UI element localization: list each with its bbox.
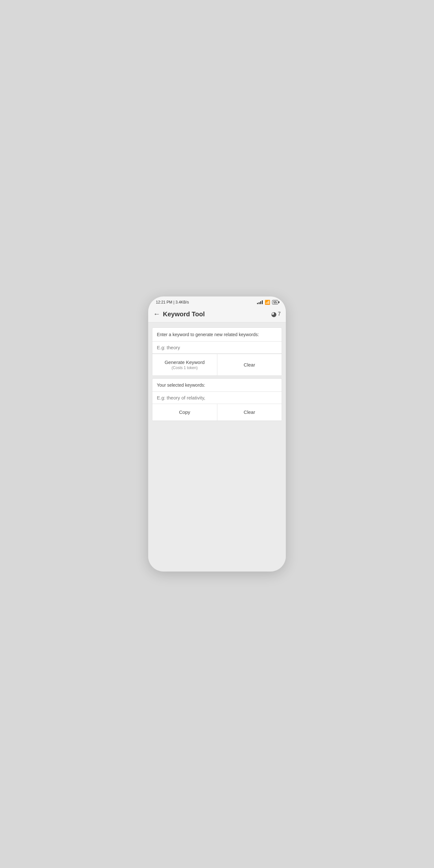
main-content: Enter a keyword to generate new related … [148, 322, 286, 571]
battery-icon: 55 [272, 300, 278, 305]
token-display: ◕ 7 [271, 310, 281, 318]
page-title: Keyword Tool [163, 311, 205, 318]
selected-clear-button[interactable]: Clear [217, 404, 282, 421]
selected-btn-row: Copy Clear [152, 404, 282, 421]
status-bar: 12:21 PM | 3.4KB/s 📶 55 [148, 297, 286, 307]
selected-label: Your selected keywords: [152, 379, 282, 392]
phone-shell: 12:21 PM | 3.4KB/s 📶 55 ← Keyword Tool ◕… [148, 297, 286, 571]
token-icon: ◕ [271, 310, 277, 318]
generate-clear-button[interactable]: Clear [217, 354, 282, 375]
generate-keyword-card: Enter a keyword to generate new related … [152, 328, 282, 376]
selected-keywords-input[interactable] [152, 392, 282, 404]
token-count: 7 [278, 311, 281, 317]
generate-btn-row: Generate Keyword (Costs 1 token) Clear [152, 354, 282, 375]
header-left: ← Keyword Tool [153, 310, 205, 318]
generate-label-section: Enter a keyword to generate new related … [152, 328, 282, 342]
signal-icon [257, 300, 263, 304]
wifi-icon: 📶 [265, 300, 270, 305]
copy-button[interactable]: Copy [152, 404, 217, 421]
app-header: ← Keyword Tool ◕ 7 [148, 307, 286, 322]
generate-keyword-button[interactable]: Generate Keyword (Costs 1 token) [152, 354, 217, 375]
back-button[interactable]: ← [153, 310, 161, 318]
status-time: 12:21 PM | 3.4KB/s [156, 300, 189, 305]
generate-label: Enter a keyword to generate new related … [157, 332, 259, 337]
selected-keywords-card: Your selected keywords: Copy Clear [152, 378, 282, 421]
status-icons: 📶 55 [257, 300, 278, 305]
keyword-input[interactable] [152, 342, 282, 354]
